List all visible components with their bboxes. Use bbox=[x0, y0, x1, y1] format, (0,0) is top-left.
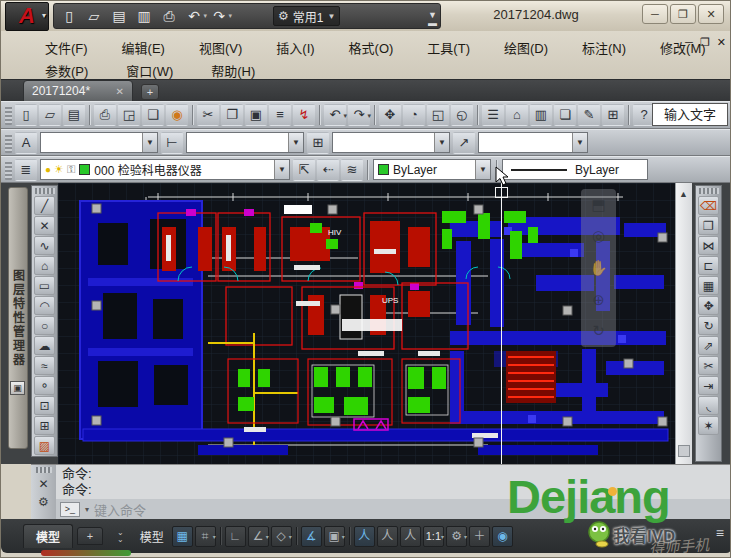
make-block-icon[interactable]: ⊞ bbox=[34, 416, 55, 435]
polyline-icon[interactable]: ∿ bbox=[34, 236, 55, 255]
explode-icon[interactable]: ✶ bbox=[698, 416, 719, 435]
model-layout-tab[interactable]: 模型 bbox=[23, 524, 73, 548]
toolbar-grip[interactable] bbox=[699, 188, 719, 194]
layer-properties-manager-icon[interactable]: ≣ bbox=[15, 159, 37, 181]
drawing-canvas[interactable]: HIV UPS bbox=[58, 183, 675, 464]
save-icon[interactable]: ▤ bbox=[108, 5, 130, 27]
new-file-icon[interactable]: ▯ bbox=[15, 104, 37, 126]
copy-icon[interactable]: ❐ bbox=[698, 216, 719, 235]
scrollbar-box-icon[interactable] bbox=[678, 445, 690, 457]
hatch-icon[interactable]: ▨ bbox=[34, 436, 55, 455]
lightbulb-icon[interactable]: ● bbox=[45, 164, 51, 175]
zoom-previous-icon[interactable]: ◵ bbox=[451, 104, 473, 126]
new-layout-button[interactable]: + bbox=[77, 527, 103, 545]
zoom-window-icon[interactable]: ◱ bbox=[427, 104, 449, 126]
save-icon[interactable]: ▤ bbox=[63, 104, 85, 126]
plot-icon[interactable]: ⎙ bbox=[94, 104, 116, 126]
color-dropdown[interactable]: ByLayer ▼ bbox=[373, 159, 491, 180]
palette-properties-icon[interactable]: ▣ bbox=[10, 381, 25, 395]
ellipse-icon[interactable]: ⚬ bbox=[34, 376, 55, 395]
zoom-realtime-icon[interactable]: ◔ bbox=[403, 104, 425, 126]
text-style-dropdown[interactable]: ▼ bbox=[40, 132, 158, 153]
erase-icon[interactable]: ⌫ bbox=[698, 196, 719, 215]
sun-icon[interactable]: ☀ bbox=[54, 163, 64, 176]
polar-tracking-icon[interactable]: ∠▾ bbox=[248, 526, 269, 547]
line-icon[interactable]: ╱ bbox=[34, 196, 55, 215]
restore-button[interactable]: ❐ bbox=[670, 4, 696, 24]
rotate-icon[interactable]: ↻ bbox=[698, 316, 719, 335]
annotation-visibility-icon[interactable]: 人 bbox=[354, 526, 375, 547]
layer-previous-icon[interactable]: ⇠ bbox=[317, 159, 339, 181]
annotation-scale-icon[interactable]: 1:1▾ bbox=[423, 526, 444, 547]
match-properties-icon[interactable]: ≡ bbox=[269, 104, 291, 126]
layer-states-manager-icon[interactable]: ≋ bbox=[341, 159, 363, 181]
menu-edit[interactable]: 编辑(E) bbox=[118, 37, 169, 58]
scroll-up-icon[interactable]: ▲ bbox=[679, 189, 688, 199]
spline-icon[interactable]: ≈ bbox=[34, 356, 55, 375]
new-file-icon[interactable]: ▯ bbox=[58, 5, 80, 27]
menu-window[interactable]: 窗口(W) bbox=[122, 60, 177, 81]
move-icon[interactable]: ✥ bbox=[698, 296, 719, 315]
layer-properties-palette-bar[interactable]: 图层特性管理器 bbox=[8, 187, 28, 449]
pan-icon[interactable]: ✥ bbox=[379, 104, 401, 126]
toolbar-grip[interactable] bbox=[5, 133, 12, 153]
block-editor-icon[interactable]: ↯ bbox=[293, 104, 315, 126]
layout-overflow-chevrons[interactable]: ⌄⌄ bbox=[117, 529, 124, 543]
layer-dropdown[interactable]: ● ☀ ⚿ 000 检验科电器仪器 ▼ bbox=[40, 159, 290, 180]
menu-help[interactable]: 帮助(H) bbox=[207, 60, 259, 81]
markup-set-manager-icon[interactable]: ✎ bbox=[578, 104, 600, 126]
rectangle-icon[interactable]: ▭ bbox=[34, 276, 55, 295]
ortho-mode-icon[interactable]: ∟ bbox=[225, 526, 246, 547]
canvas-scrollbar[interactable] bbox=[675, 183, 692, 464]
circle-icon[interactable]: ○ bbox=[34, 316, 55, 335]
doc-restore-button[interactable]: ❐ bbox=[700, 36, 710, 49]
annotation-scale-flag-icon[interactable]: 人 bbox=[400, 526, 421, 547]
undo-icon[interactable]: ↶▾ bbox=[324, 104, 346, 126]
object-snap-tracking-icon[interactable]: ∡ bbox=[301, 526, 322, 547]
open-file-icon[interactable]: ▱ bbox=[83, 5, 105, 27]
command-input-row[interactable]: >_ ▾ 键入命令 bbox=[56, 499, 731, 520]
menu-parametric[interactable]: 参数(P) bbox=[41, 60, 92, 81]
cut-icon[interactable]: ✂ bbox=[197, 104, 219, 126]
quick-calc-icon[interactable]: ⊞ bbox=[602, 104, 624, 126]
table-style-icon[interactable]: ⊞ bbox=[307, 132, 329, 154]
menu-format[interactable]: 格式(O) bbox=[345, 37, 398, 58]
drag-grip[interactable] bbox=[36, 467, 52, 473]
plot-preview-icon[interactable]: ◲ bbox=[118, 104, 140, 126]
toolbar-grip[interactable] bbox=[35, 188, 55, 194]
application-menu-button[interactable]: A ▾ bbox=[5, 2, 49, 31]
toolbar-grip[interactable] bbox=[5, 160, 12, 180]
arc-icon[interactable]: ◠ bbox=[34, 296, 55, 315]
dimension-style-dropdown[interactable]: ▼ bbox=[186, 132, 304, 153]
workspace-dropdown[interactable]: ⚙ 常用1 ▼ bbox=[273, 6, 340, 26]
menu-dimension[interactable]: 标注(N) bbox=[578, 37, 630, 58]
paste-icon[interactable]: ▣ bbox=[245, 104, 267, 126]
doc-close-button[interactable]: ✕ bbox=[717, 36, 726, 49]
save-as-icon[interactable]: ▥ bbox=[133, 5, 155, 27]
new-drawing-tab-button[interactable]: + bbox=[141, 84, 159, 100]
menu-file[interactable]: 文件(F) bbox=[41, 37, 92, 58]
undo-icon[interactable]: ↶▾ bbox=[183, 5, 205, 27]
extend-icon[interactable]: ⇥ bbox=[698, 376, 719, 395]
dimension-style-icon[interactable]: ⊢ bbox=[161, 132, 183, 154]
menu-insert[interactable]: 插入(I) bbox=[272, 37, 318, 58]
scale-icon[interactable]: ⇗ bbox=[698, 336, 719, 355]
publish-icon[interactable]: ❑ bbox=[142, 104, 164, 126]
mirror-icon[interactable]: ⋈ bbox=[698, 236, 719, 255]
linetype-dropdown[interactable]: ByLayer bbox=[502, 159, 648, 180]
grid-display-icon[interactable]: ▦ bbox=[172, 526, 193, 547]
workspace-switching-icon[interactable]: ⚙▾ bbox=[446, 526, 467, 547]
sheet-set-manager-icon[interactable]: ❏ bbox=[554, 104, 576, 126]
copy-clip-icon[interactable]: ❐ bbox=[221, 104, 243, 126]
drawing-tab[interactable]: 20171204* ✕ bbox=[23, 80, 133, 102]
redo-icon[interactable]: ↷▾ bbox=[208, 5, 230, 27]
dynamic-input-box[interactable]: 输入文字 bbox=[652, 103, 728, 126]
make-object-layer-current-icon[interactable]: ⇱ bbox=[293, 159, 315, 181]
wrench-icon[interactable]: ⚙ bbox=[38, 495, 49, 509]
menu-tools[interactable]: 工具(T) bbox=[423, 37, 474, 58]
tool-palettes-icon[interactable]: ▥ bbox=[530, 104, 552, 126]
close-button[interactable]: ✕ bbox=[698, 4, 724, 24]
offset-icon[interactable]: ⊏ bbox=[698, 256, 719, 275]
close-icon[interactable]: ✕ bbox=[116, 86, 124, 97]
plot-icon[interactable]: ⎙ bbox=[158, 5, 180, 27]
